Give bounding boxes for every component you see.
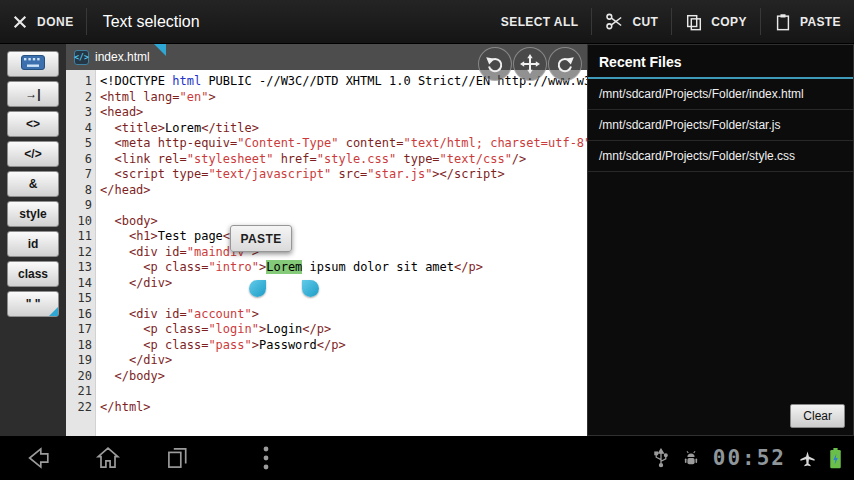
recent-apps-icon xyxy=(163,444,193,472)
line-number: 12 xyxy=(66,245,92,261)
line-number-gutter: 12345678910111213141516171819202122 xyxy=(66,74,96,415)
tab-label: index.html xyxy=(95,50,150,64)
clear-button[interactable]: Clear xyxy=(790,404,845,428)
line-number: 22 xyxy=(66,400,92,416)
sidebar-button-close-tag[interactable]: </> xyxy=(7,141,59,167)
back-button[interactable] xyxy=(16,440,60,476)
sidebar-button-quotes[interactable]: " " xyxy=(7,291,59,317)
screen: DONE Text selection SELECT ALL CUT COPY xyxy=(0,0,854,480)
copy-icon xyxy=(685,13,703,31)
line-number: 5 xyxy=(66,136,92,152)
line-number: 9 xyxy=(66,198,92,214)
sidebar-button-angle-brackets[interactable]: <> xyxy=(7,111,59,137)
recent-apps-button[interactable] xyxy=(156,440,200,476)
sidebar-buttons: →|<></>&styleidclass" " xyxy=(0,51,66,317)
select-all-button[interactable]: SELECT ALL xyxy=(488,0,592,44)
tab-index-html[interactable]: </> index.html xyxy=(66,44,154,70)
overflow-menu-icon xyxy=(262,445,270,471)
system-navigation-bar: 00:52 xyxy=(0,436,854,480)
action-bar: DONE Text selection SELECT ALL CUT COPY xyxy=(0,0,854,44)
line-number: 10 xyxy=(66,214,92,230)
line-number: 4 xyxy=(66,121,92,137)
menu-button[interactable] xyxy=(244,440,288,476)
line-number: 7 xyxy=(66,167,92,183)
done-button[interactable]: DONE xyxy=(0,0,86,44)
select-all-label: SELECT ALL xyxy=(501,15,579,29)
home-icon xyxy=(93,444,123,472)
sidebar-button-class[interactable]: class xyxy=(7,261,59,287)
home-button[interactable] xyxy=(86,440,130,476)
move-cursor-button[interactable] xyxy=(513,47,547,81)
line-number: 19 xyxy=(66,353,92,369)
floating-edit-controls xyxy=(478,47,582,81)
line-number: 20 xyxy=(66,369,92,385)
line-number: 11 xyxy=(66,229,92,245)
copy-button[interactable]: COPY xyxy=(672,0,760,44)
nav-buttons xyxy=(0,440,288,476)
redo-button[interactable] xyxy=(548,47,582,81)
sidebar-button-tab[interactable]: →| xyxy=(7,81,59,107)
line-number: 1 xyxy=(66,74,92,90)
page-title: Text selection xyxy=(103,13,200,31)
recent-files-title: Recent Files xyxy=(588,45,853,79)
paste-button[interactable]: PASTE xyxy=(761,0,854,44)
airplane-mode-icon xyxy=(799,450,816,467)
snippet-sidebar: →|<></>&styleidclass" " xyxy=(0,44,66,436)
paste-icon xyxy=(774,13,792,31)
copy-label: COPY xyxy=(711,15,747,29)
usb-debugging-icon xyxy=(682,449,700,467)
usb-icon xyxy=(653,448,669,468)
status-clock: 00:52 xyxy=(713,446,786,470)
cut-label: CUT xyxy=(632,15,658,29)
line-number: 16 xyxy=(66,307,92,323)
line-number: 2 xyxy=(66,90,92,106)
line-number: 6 xyxy=(66,152,92,168)
paste-label: PASTE xyxy=(800,15,841,29)
sidebar-button-ampersand[interactable]: & xyxy=(7,171,59,197)
line-number: 18 xyxy=(66,338,92,354)
line-number: 8 xyxy=(66,183,92,199)
selection-handle-left[interactable] xyxy=(249,280,266,297)
tab-fold-marker xyxy=(154,44,166,56)
undo-button[interactable] xyxy=(478,47,512,81)
line-number: 13 xyxy=(66,260,92,276)
recent-files-list: /mnt/sdcard/Projects/Folder/index.html/m… xyxy=(588,79,853,172)
recent-file-item[interactable]: /mnt/sdcard/Projects/Folder/style.css xyxy=(588,141,853,172)
code-file-icon: </> xyxy=(74,50,89,65)
close-icon xyxy=(12,14,28,30)
cut-button[interactable]: CUT xyxy=(592,0,671,44)
move-icon xyxy=(520,54,540,74)
recent-files-panel: Recent Files /mnt/sdcard/Projects/Folder… xyxy=(587,44,854,436)
status-area: 00:52 xyxy=(653,446,854,470)
keyboard-icon xyxy=(21,55,45,73)
sidebar-button-id[interactable]: id xyxy=(7,231,59,257)
recent-file-item[interactable]: /mnt/sdcard/Projects/Folder/star.js xyxy=(588,110,853,141)
sidebar-button-style[interactable]: style xyxy=(7,201,59,227)
line-number: 14 xyxy=(66,276,92,292)
selection-handle-right[interactable] xyxy=(302,280,319,297)
undo-icon xyxy=(485,54,505,74)
sidebar-button-keyboard[interactable] xyxy=(7,51,59,77)
scissors-icon xyxy=(605,12,624,31)
line-number: 3 xyxy=(66,105,92,121)
recent-file-item[interactable]: /mnt/sdcard/Projects/Folder/index.html xyxy=(588,79,853,110)
selected-fold-marker xyxy=(49,307,58,316)
line-number: 15 xyxy=(66,291,92,307)
line-number: 17 xyxy=(66,322,92,338)
done-label: DONE xyxy=(37,15,74,29)
redo-icon xyxy=(555,54,575,74)
line-number: 21 xyxy=(66,384,92,400)
paste-popup-button[interactable]: PASTE xyxy=(230,225,292,252)
action-bar-divider xyxy=(86,8,87,35)
battery-icon xyxy=(829,448,842,469)
back-icon xyxy=(23,444,53,472)
